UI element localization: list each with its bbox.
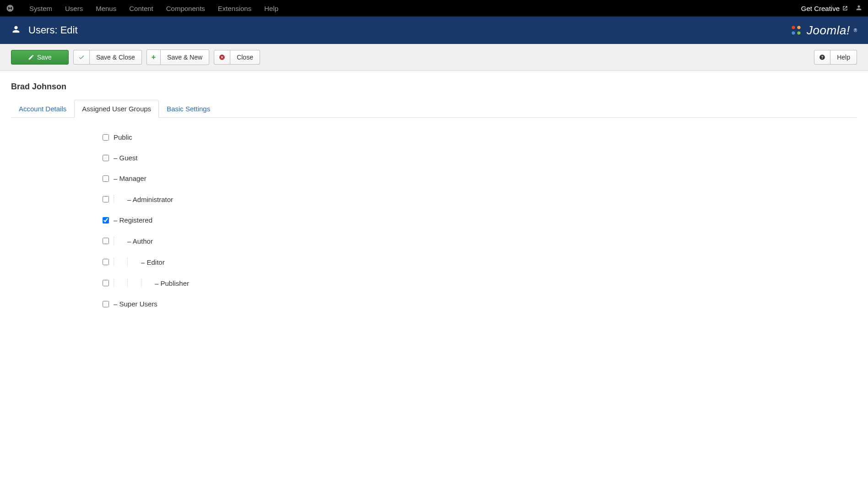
user-groups-list: Public– Guest– Manager– Administrator– R…: [11, 127, 857, 314]
joomla-brand-text: Joomla!: [807, 23, 850, 38]
tree-indent-icon: [141, 279, 150, 287]
group-label[interactable]: – Manager: [114, 175, 146, 182]
menu-extensions[interactable]: Extensions: [212, 5, 258, 12]
save-new-group: + Save & New: [146, 49, 209, 65]
group-checkbox[interactable]: [103, 259, 109, 265]
menu-help[interactable]: Help: [258, 5, 285, 12]
group-label[interactable]: Public: [114, 133, 132, 141]
help-label: Help: [837, 54, 850, 61]
group-label[interactable]: – Registered: [114, 216, 152, 224]
joomla-brand[interactable]: Joomla! ®: [789, 23, 857, 38]
user-menu-icon[interactable]: [855, 4, 863, 13]
svg-point-2: [792, 31, 795, 34]
menu-users[interactable]: Users: [59, 5, 89, 12]
top-menubar: System Users Menus Content Components Ex…: [0, 0, 868, 16]
group-checkbox[interactable]: [103, 238, 109, 244]
save-close-group: Save & Close: [73, 50, 142, 65]
question-icon: ?: [819, 54, 825, 60]
group-row: – Publisher: [103, 273, 857, 294]
check-icon: [78, 54, 85, 60]
help-group: ? Help: [814, 50, 857, 65]
tree-indent-icon: [114, 279, 123, 287]
group-row: – Administrator: [103, 189, 857, 210]
save-close-button[interactable]: Save & Close: [90, 50, 142, 65]
group-row: – Manager: [103, 168, 857, 189]
group-checkbox[interactable]: [103, 175, 109, 182]
tree-indent-icon: [114, 258, 123, 266]
tree-indent-icon: [127, 279, 136, 287]
svg-text:?: ?: [821, 55, 824, 60]
tab-bar: Account DetailsAssigned User GroupsBasic…: [11, 100, 857, 118]
joomla-logo-icon: [789, 23, 803, 37]
group-label[interactable]: – Author: [127, 237, 153, 245]
group-row: Public: [103, 127, 857, 147]
tree-indent-icon: [127, 258, 136, 266]
help-button[interactable]: Help: [830, 50, 857, 65]
save-new-label: Save & New: [167, 54, 202, 61]
group-label[interactable]: – Administrator: [127, 196, 173, 203]
top-menubar-left: System Users Menus Content Components Ex…: [5, 4, 285, 13]
group-label[interactable]: – Super Users: [114, 300, 157, 308]
save-button[interactable]: Save: [11, 50, 69, 65]
group-row: – Author: [103, 230, 857, 251]
page-header: Users: Edit Joomla! ®: [0, 16, 868, 44]
save-new-icon-button[interactable]: +: [146, 49, 161, 65]
toolbar-right: ? Help: [814, 50, 857, 65]
group-row: – Editor: [103, 251, 857, 273]
group-checkbox[interactable]: [103, 134, 109, 141]
close-button[interactable]: Close: [230, 50, 260, 65]
user-icon: [11, 24, 21, 37]
group-row: – Registered: [103, 210, 857, 230]
tree-indent-icon: [114, 195, 123, 203]
save-close-icon-button[interactable]: [73, 50, 90, 65]
help-icon-button[interactable]: ?: [814, 50, 830, 65]
page-title: Users: Edit: [28, 24, 78, 36]
content-area: Brad Johnson Account DetailsAssigned Use…: [0, 71, 868, 325]
save-new-button[interactable]: Save & New: [161, 49, 209, 65]
tab-account-details[interactable]: Account Details: [11, 100, 74, 118]
group-checkbox[interactable]: [103, 196, 109, 202]
registered-mark: ®: [854, 28, 857, 33]
user-name-heading: Brad Johnson: [11, 82, 857, 92]
group-checkbox[interactable]: [103, 280, 109, 286]
group-label[interactable]: – Editor: [141, 258, 165, 266]
group-checkbox[interactable]: [103, 217, 109, 224]
svg-point-1: [797, 26, 800, 29]
site-link[interactable]: Get Creative: [801, 5, 848, 12]
site-name: Get Creative: [801, 5, 840, 12]
group-label[interactable]: – Publisher: [155, 279, 189, 287]
joomla-icon[interactable]: [5, 4, 15, 13]
top-menubar-right: Get Creative: [801, 4, 863, 13]
page-header-left: Users: Edit: [11, 24, 78, 37]
external-link-icon: [842, 5, 848, 11]
group-row: – Guest: [103, 147, 857, 168]
menu-content[interactable]: Content: [123, 5, 160, 12]
group-checkbox[interactable]: [103, 301, 109, 307]
close-label: Close: [237, 54, 253, 61]
menu-system[interactable]: System: [23, 5, 59, 12]
save-close-label: Save & Close: [96, 54, 135, 61]
close-group: Close: [214, 50, 260, 65]
save-button-label: Save: [37, 54, 52, 61]
menu-components[interactable]: Components: [160, 5, 212, 12]
action-toolbar: Save Save & Close + Save & New Close ?: [0, 44, 868, 71]
tab-basic-settings[interactable]: Basic Settings: [159, 100, 218, 118]
svg-point-0: [792, 26, 795, 29]
group-row: – Super Users: [103, 294, 857, 314]
svg-point-3: [797, 31, 800, 34]
tree-indent-icon: [114, 237, 123, 245]
tab-assigned-user-groups[interactable]: Assigned User Groups: [74, 100, 159, 118]
group-checkbox[interactable]: [103, 155, 109, 161]
close-icon-button[interactable]: [214, 50, 230, 65]
group-label[interactable]: – Guest: [114, 154, 138, 162]
menu-menus[interactable]: Menus: [89, 5, 123, 12]
cancel-icon: [219, 54, 225, 60]
page-header-right: Joomla! ®: [789, 23, 857, 38]
plus-icon: +: [152, 53, 156, 61]
apply-icon: [28, 54, 34, 60]
